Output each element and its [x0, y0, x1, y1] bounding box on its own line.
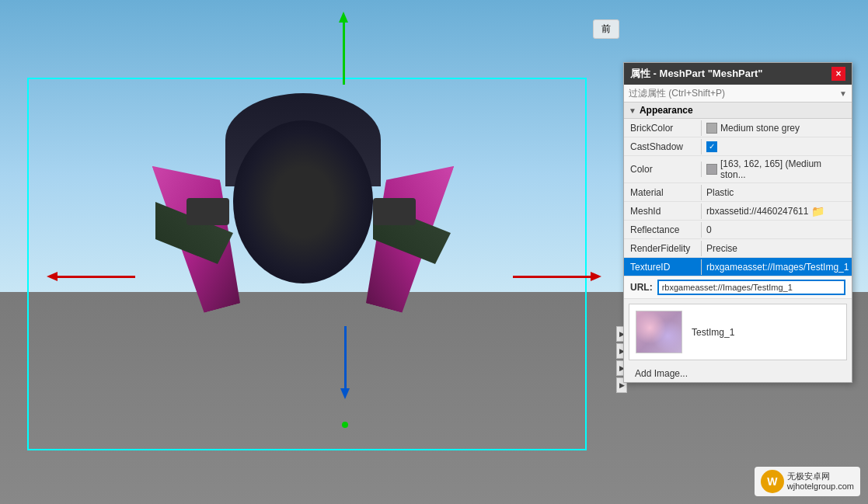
url-section: URL: — [624, 276, 852, 299]
prop-castshadow-value[interactable]: ✓ — [702, 139, 852, 155]
prop-brickcolor-value[interactable]: Medium stone grey — [702, 120, 852, 136]
section-appearance[interactable]: ▼ Appearance — [624, 103, 852, 119]
x-axis-arrow-left — [47, 272, 135, 281]
filter-dropdown-arrow[interactable]: ▼ — [839, 89, 847, 98]
prop-material-value[interactable]: Plastic — [702, 185, 852, 200]
prop-castshadow[interactable]: CastShadow ✓ — [624, 137, 852, 156]
prop-brickcolor-name: BrickColor — [624, 120, 702, 136]
section-chevron-icon: ▼ — [629, 106, 636, 115]
prop-reflectance-name: Reflectance — [624, 222, 702, 238]
watermark-text: 无极安卓网 wjhotelgroup.com — [787, 471, 854, 492]
watermark: W 无极安卓网 wjhotelgroup.com — [755, 467, 860, 496]
filter-bar[interactable]: ▼ — [624, 85, 852, 103]
x-axis-arrow-right — [513, 272, 601, 281]
prop-meshid-value[interactable]: rbxassetid://4460247611 📁 — [702, 203, 852, 220]
character-armor-left — [186, 198, 229, 225]
character-head — [233, 120, 373, 283]
character-armor-right — [373, 198, 416, 225]
brickcolor-swatch — [706, 123, 717, 134]
thumbnail-image — [636, 311, 682, 353]
prop-renderfidelity[interactable]: RenderFidelity Precise — [624, 239, 852, 258]
color-swatch — [706, 164, 717, 175]
url-label: URL: — [630, 282, 653, 293]
y-axis-arrow — [339, 12, 348, 85]
prop-reflectance[interactable]: Reflectance 0 — [624, 221, 852, 239]
prop-color[interactable]: Color [163, 162, 165] (Medium ston... — [624, 156, 852, 183]
back-button[interactable]: 前 — [593, 19, 619, 39]
prop-textureid[interactable]: TextureID rbxgameasset://Images/TestImg_… — [624, 258, 852, 276]
prop-castshadow-name: CastShadow — [624, 139, 702, 155]
prop-brickcolor[interactable]: BrickColor Medium stone grey — [624, 119, 852, 137]
prop-renderfidelity-name: RenderFidelity — [624, 241, 702, 256]
prop-material[interactable]: Material Plastic — [624, 183, 852, 202]
section-label: Appearance — [640, 105, 693, 116]
watermark-logo: W — [761, 470, 784, 493]
prop-reflectance-value[interactable]: 0 — [702, 222, 852, 238]
add-image-link[interactable]: Add Image... — [624, 365, 852, 382]
image-name-label: TestImg_1 — [692, 327, 734, 338]
prop-renderfidelity-value[interactable]: Precise — [702, 241, 852, 256]
properties-panel: 属性 - MeshPart "MeshPart" × ▼ ▼ Appearanc… — [623, 62, 852, 383]
prop-color-value[interactable]: [163, 162, 165] (Medium ston... — [702, 156, 852, 182]
center-dot — [342, 422, 348, 428]
image-preview-area[interactable]: TestImg_1 — [629, 304, 847, 360]
url-row[interactable]: URL: — [624, 276, 852, 299]
url-input[interactable] — [657, 280, 845, 295]
prop-textureid-name: TextureID — [624, 259, 702, 275]
prop-color-name: Color — [624, 162, 702, 177]
prop-material-name: Material — [624, 185, 702, 200]
panel-close-button[interactable]: × — [831, 67, 845, 81]
filter-input[interactable] — [629, 88, 839, 99]
z-axis-arrow — [340, 326, 350, 399]
image-thumbnail[interactable] — [636, 311, 682, 353]
prop-textureid-value[interactable]: rbxgameasset://Images/TestImg_1 — [702, 259, 853, 275]
panel-header: 属性 - MeshPart "MeshPart" × — [624, 63, 852, 85]
castshadow-checkbox[interactable]: ✓ — [706, 141, 717, 152]
panel-title: 属性 - MeshPart "MeshPart" — [630, 67, 763, 81]
prop-meshid-name: MeshId — [624, 203, 702, 219]
prop-meshid[interactable]: MeshId rbxassetid://4460247611 📁 — [624, 202, 852, 221]
folder-icon[interactable]: 📁 — [811, 205, 824, 217]
